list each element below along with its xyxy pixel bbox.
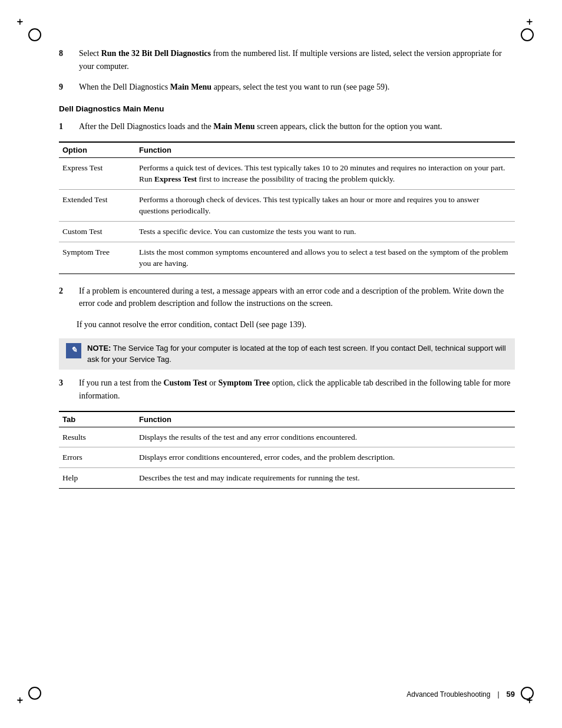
function-results: Displays the results of the test and any… (135, 427, 515, 447)
footer-page-number: 59 (507, 690, 515, 699)
option-symptom-tree: Symptom Tree (59, 242, 135, 274)
section-heading-diagnostics: Dell Diagnostics Main Menu (59, 104, 515, 113)
step-1-number: 1 (59, 120, 77, 133)
page: + + + + 8 Select Run the 32 Bit Dell Dia… (0, 0, 562, 728)
function-help: Describes the test and may indicate requ… (135, 467, 515, 488)
step-8: 8 Select Run the 32 Bit Dell Diagnostics… (59, 47, 515, 73)
option-custom-test: Custom Test (59, 222, 135, 242)
tab-help: Help (59, 467, 135, 488)
function-symptom-tree: Lists the most common symptoms encounter… (135, 242, 515, 274)
step-2-number: 2 (59, 285, 77, 310)
step-2-text: If a problem is encountered during a tes… (79, 285, 515, 310)
function-express-test: Performs a quick test of devices. This t… (135, 157, 515, 189)
option-extended-test: Extended Test (59, 189, 135, 221)
step-2: 2 If a problem is encountered during a t… (59, 285, 515, 310)
table-row: Express Test Performs a quick test of de… (59, 157, 515, 189)
col-tab-function-header: Function (135, 411, 515, 427)
note-text: NOTE: The Service Tag for your computer … (87, 343, 508, 365)
table-row: Help Describes the test and may indicate… (59, 467, 515, 488)
col-function-header: Function (135, 142, 515, 158)
corner-circle-tr (521, 28, 534, 41)
col-tab-header: Tab (59, 411, 135, 427)
step-2-para2: If you cannot resolve the error conditio… (77, 318, 515, 331)
table-row: Symptom Tree Lists the most common sympt… (59, 242, 515, 274)
footer-separator: | (497, 690, 499, 699)
function-extended-test: Performs a thorough check of devices. Th… (135, 189, 515, 221)
step-3: 3 If you run a test from the Custom Test… (59, 377, 515, 402)
corner-circle-tl (28, 28, 41, 41)
note-icon: ✎ (66, 343, 81, 358)
footer-title: Advanced Troubleshooting (406, 690, 490, 699)
table-row: Results Displays the results of the test… (59, 427, 515, 447)
step-3-text: If you run a test from the Custom Test o… (79, 377, 515, 402)
step-8-text: Select Run the 32 Bit Dell Diagnostics f… (79, 47, 515, 73)
page-footer: Advanced Troubleshooting | 59 (0, 690, 562, 699)
tabs-table: Tab Function Results Displays the result… (59, 411, 515, 489)
table-row: Errors Displays error conditions encount… (59, 447, 515, 468)
step-1-text: After the Dell Diagnostics loads and the… (79, 120, 515, 133)
options-table: Option Function Express Test Performs a … (59, 141, 515, 274)
function-custom-test: Tests a specific device. You can customi… (135, 222, 515, 242)
step-9: 9 When the Dell Diagnostics Main Menu ap… (59, 81, 515, 94)
step-3-number: 3 (59, 377, 77, 402)
note-box: ✎ NOTE: The Service Tag for your compute… (59, 338, 515, 370)
function-errors: Displays error conditions encountered, e… (135, 447, 515, 468)
col-option-header: Option (59, 142, 135, 158)
tab-errors: Errors (59, 447, 135, 468)
table-row: Custom Test Tests a specific device. You… (59, 222, 515, 242)
step-1: 1 After the Dell Diagnostics loads and t… (59, 120, 515, 133)
table-row: Extended Test Performs a thorough check … (59, 189, 515, 221)
step-9-text: When the Dell Diagnostics Main Menu appe… (79, 81, 515, 94)
option-express-test: Express Test (59, 157, 135, 189)
tab-results: Results (59, 427, 135, 447)
note-body: The Service Tag for your computer is loc… (87, 344, 506, 364)
step-9-number: 9 (59, 81, 77, 94)
step-8-number: 8 (59, 47, 77, 73)
page-content: 8 Select Run the 32 Bit Dell Diagnostics… (59, 47, 515, 489)
